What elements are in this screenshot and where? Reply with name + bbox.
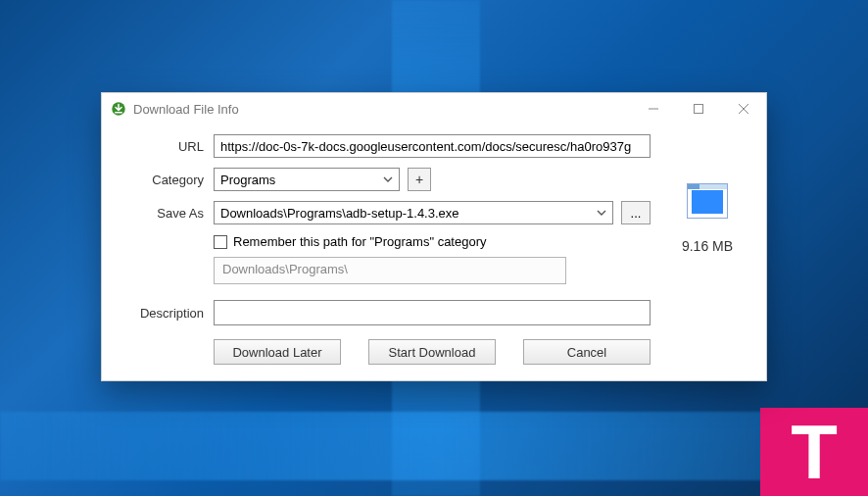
saveas-value: Downloads\Programs\adb-setup-1.4.3.exe (220, 206, 459, 221)
category-value: Programs (220, 173, 275, 187)
close-button[interactable] (721, 93, 766, 124)
dialog-content: URL Category Programs + Save As Download… (102, 124, 766, 380)
description-label: Description (120, 306, 214, 321)
cancel-button[interactable]: Cancel (523, 339, 651, 365)
description-input[interactable] (214, 300, 651, 325)
titlebar: Download File Info (102, 93, 766, 124)
start-download-button[interactable]: Start Download (368, 339, 496, 365)
app-icon (110, 100, 127, 118)
saveas-row: Save As Downloads\Programs\adb-setup-1.4… (120, 201, 651, 224)
svg-rect-3 (695, 105, 703, 114)
ellipsis-icon: ... (631, 206, 642, 221)
download-later-button[interactable]: Download Later (214, 339, 341, 365)
url-label: URL (120, 139, 214, 154)
url-row: URL (120, 134, 651, 158)
browse-button[interactable]: ... (621, 201, 651, 224)
chevron-down-icon (595, 206, 608, 220)
file-type-icon (687, 183, 728, 219)
category-select[interactable]: Programs (214, 168, 400, 191)
minimize-button[interactable] (631, 93, 676, 124)
description-row: Description (120, 300, 651, 325)
svg-rect-1 (115, 112, 122, 114)
file-size-text: 9.16 MB (682, 238, 733, 254)
category-row: Category Programs + (120, 168, 651, 191)
saveas-combobox[interactable]: Downloads\Programs\adb-setup-1.4.3.exe (214, 201, 613, 224)
url-input[interactable] (214, 134, 651, 158)
window-title: Download File Info (133, 102, 239, 117)
remember-path-row: Remember this path for "Programs" catego… (214, 234, 651, 249)
site-badge: T (760, 408, 868, 496)
form-area: URL Category Programs + Save As Download… (120, 134, 651, 365)
window-controls (631, 93, 766, 124)
download-file-info-dialog: Download File Info URL Category Progr (101, 92, 767, 381)
remembered-path-display: Downloads\Programs\ (214, 257, 566, 284)
category-label: Category (120, 173, 214, 187)
action-buttons: Download Later Start Download Cancel (214, 339, 651, 365)
file-info-panel: 9.16 MB (666, 134, 748, 365)
chevron-down-icon (381, 173, 395, 186)
saveas-label: Save As (120, 206, 214, 221)
remember-path-checkbox[interactable] (214, 235, 227, 249)
maximize-button[interactable] (676, 93, 721, 124)
add-category-button[interactable]: + (408, 168, 431, 191)
remember-path-label: Remember this path for "Programs" catego… (233, 234, 487, 249)
